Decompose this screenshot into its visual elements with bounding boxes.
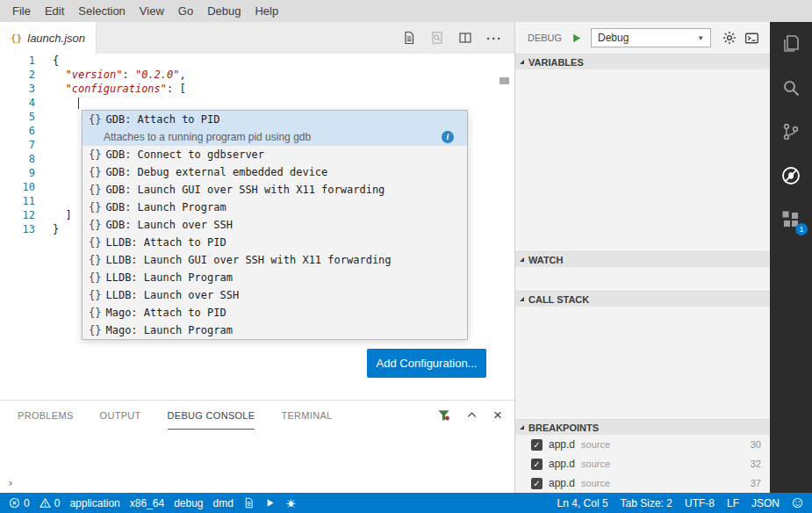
twisty-icon — [520, 257, 524, 262]
breakpoint-checkbox[interactable]: ✓ — [531, 478, 543, 489]
maximize-panel-icon[interactable] — [465, 408, 478, 422]
suggest-item[interactable]: {}Mago: Attach to PID — [83, 304, 467, 322]
suggest-item-label: GDB: Launch Program — [105, 200, 226, 214]
status-lf[interactable]: LF — [727, 497, 739, 509]
menu-selection[interactable]: Selection — [71, 0, 132, 22]
start-debugging-button[interactable] — [570, 32, 583, 45]
breakpoint-checkbox[interactable]: ✓ — [531, 439, 543, 451]
snippet-icon: {} — [89, 323, 101, 337]
preview-icon[interactable] — [430, 31, 444, 45]
suggest-item[interactable]: {}GDB: Attach to PID — [83, 111, 467, 128]
menu-help[interactable]: Help — [248, 0, 285, 22]
open-file-icon[interactable] — [402, 31, 416, 45]
suggest-item[interactable]: {}GDB: Launch GUI over SSH with X11 forw… — [83, 181, 467, 199]
suggest-item[interactable]: {}GDB: Debug external embedded device — [83, 163, 467, 181]
menu-file[interactable]: File — [5, 0, 38, 22]
menu-view[interactable]: View — [133, 0, 171, 22]
menu-edit[interactable]: Edit — [38, 0, 71, 22]
split-editor-icon[interactable] — [458, 31, 472, 45]
line-number: 6 — [0, 124, 35, 138]
snippet-icon: {} — [89, 112, 101, 126]
debug-filter-icon[interactable] — [437, 408, 450, 422]
status-run-button[interactable] — [264, 497, 276, 509]
json-file-icon: {} — [11, 33, 22, 44]
breakpoint-checkbox[interactable]: ✓ — [531, 459, 543, 470]
line-number: 5 — [0, 110, 35, 124]
menu-go[interactable]: Go — [171, 0, 200, 22]
status-file-button[interactable] — [243, 497, 255, 509]
snippet-icon: {} — [89, 288, 101, 302]
section-label: CALL STACK — [528, 294, 589, 305]
line-content[interactable]: "version": "0.2.0", — [53, 68, 186, 82]
breakpoint-item[interactable]: ✓app.dsource32 — [515, 454, 770, 473]
info-icon[interactable]: i — [442, 131, 454, 143]
status-warnings[interactable]: 0 — [40, 497, 61, 509]
status-bug-button[interactable] — [285, 497, 297, 509]
line-content[interactable]: } — [53, 222, 59, 236]
suggest-item[interactable]: {}LLDB: Launch over SSH — [83, 286, 467, 304]
status-utf-8[interactable]: UTF-8 — [685, 497, 715, 509]
section-call-stack[interactable]: CALL STACK — [515, 291, 770, 307]
debug-toolbar: DEBUG Debug ▼ — [515, 22, 770, 54]
status-errors[interactable]: 0 — [9, 497, 30, 509]
panel-tab-output[interactable]: OUTPUT — [100, 401, 141, 430]
suggest-item[interactable]: {}GDB: Launch over SSH — [83, 216, 467, 234]
line-number: 8 — [0, 152, 35, 166]
section-watch[interactable]: WATCH — [515, 251, 770, 267]
suggest-item[interactable]: {}LLDB: Attach to PID — [83, 234, 467, 251]
section-breakpoints[interactable]: BREAKPOINTS — [515, 419, 770, 435]
line-content[interactable]: ] — [53, 208, 72, 222]
suggest-item-label: LLDB: Launch GUI over SSH with X11 forwa… — [105, 253, 391, 267]
variables-body — [515, 69, 770, 251]
breakpoint-line: 30 — [751, 439, 761, 450]
line-content[interactable] — [53, 96, 79, 110]
suggest-item[interactable]: {}GDB: Connect to gdbserver — [83, 146, 467, 163]
status-right: Ln 4, Col 5Tab Size: 2UTF-8LFJSON — [557, 497, 803, 509]
activity-source-control[interactable] — [770, 110, 812, 154]
menu-debug[interactable]: Debug — [200, 0, 248, 22]
debug-config-dropdown[interactable]: Debug ▼ — [591, 28, 711, 47]
status-tab-size-2[interactable]: Tab Size: 2 — [621, 497, 672, 509]
panel-tab-terminal[interactable]: TERMINAL — [281, 401, 332, 430]
suggest-item[interactable]: {}GDB: Launch Program — [83, 199, 467, 216]
suggest-item[interactable]: {}LLDB: Launch Program — [83, 269, 467, 286]
editor-line: 1{ — [0, 54, 514, 68]
activity-search[interactable] — [770, 66, 812, 110]
code-editor[interactable]: 1{2 "version": "0.2.0",3 "configurations… — [0, 54, 514, 400]
status-dmd[interactable]: dmd — [213, 497, 234, 509]
panel-tab-problems[interactable]: PROBLEMS — [18, 401, 74, 430]
section-variables[interactable]: VARIABLES — [515, 54, 770, 69]
status-ln-4-col-5[interactable]: Ln 4, Col 5 — [557, 497, 608, 509]
configure-gear-button[interactable] — [722, 31, 737, 45]
debug-console-output[interactable]: › — [0, 430, 514, 493]
add-configuration-button[interactable]: Add Configuration... — [367, 349, 486, 378]
tab-launch-json[interactable]: {} launch.json — [0, 22, 97, 54]
activity-debug[interactable] — [770, 154, 812, 198]
snippet-icon: {} — [89, 200, 101, 214]
suggest-item[interactable]: {}LLDB: Launch GUI over SSH with X11 for… — [83, 251, 467, 269]
more-actions-icon[interactable]: ··· — [486, 31, 502, 46]
activity-extensions[interactable]: 1 — [770, 198, 812, 242]
line-content[interactable]: "configurations": [ — [53, 82, 186, 96]
status-text: Tab Size: 2 — [621, 497, 672, 509]
suggest-item[interactable]: {}Mago: Launch Program — [83, 322, 467, 339]
debug-console-prompt[interactable]: › — [7, 476, 14, 489]
toggle-debug-console-button[interactable] — [744, 31, 759, 46]
status-json[interactable]: JSON — [751, 497, 780, 509]
section-label: VARIABLES — [528, 57, 584, 68]
feedback-smiley[interactable] — [792, 497, 803, 509]
panel-tab-debug-console[interactable]: DEBUG CONSOLE — [168, 401, 255, 430]
file-icon — [243, 497, 255, 509]
activity-files[interactable] — [770, 22, 812, 66]
line-number: 13 — [0, 222, 35, 236]
status-debug[interactable]: debug — [174, 497, 203, 509]
close-panel-icon[interactable]: × — [493, 408, 502, 423]
status-x86-64[interactable]: x86_64 — [130, 497, 164, 509]
status-application[interactable]: application — [69, 497, 119, 509]
status-text: JSON — [751, 497, 780, 509]
files-icon — [780, 33, 801, 54]
line-content[interactable]: { — [53, 54, 59, 68]
breakpoint-item[interactable]: ✓app.dsource30 — [515, 435, 770, 454]
breakpoint-item[interactable]: ✓app.dsource37 — [515, 473, 770, 493]
activity-badge: 1 — [795, 223, 808, 235]
